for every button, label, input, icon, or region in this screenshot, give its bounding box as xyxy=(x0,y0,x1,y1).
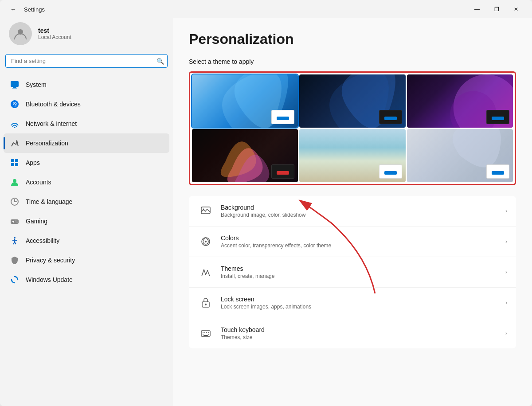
svg-rect-13 xyxy=(11,219,19,224)
titlebar-left: ← Settings xyxy=(7,3,45,16)
theme-grid xyxy=(192,74,513,182)
maximize-button[interactable]: ❐ xyxy=(488,3,505,16)
avatar xyxy=(9,22,32,45)
theme-card-3[interactable] xyxy=(407,74,513,128)
background-text: Background Background image, color, slid… xyxy=(221,204,498,218)
svg-point-17 xyxy=(17,222,18,223)
nav-item-accessibility[interactable]: Accessibility xyxy=(4,231,169,250)
background-icon xyxy=(198,203,214,219)
content-area: test Local Account 🔍 System xyxy=(0,18,532,406)
touchkeyboard-chevron: › xyxy=(505,330,507,336)
main-content: Personalization Select a theme to apply xyxy=(173,18,532,406)
nav-item-system[interactable]: System xyxy=(4,75,169,94)
svg-point-16 xyxy=(16,221,16,222)
svg-point-26 xyxy=(203,209,204,210)
privacy-label: Privacy & security xyxy=(26,257,75,264)
background-title: Background xyxy=(221,204,498,211)
nav-item-privacy[interactable]: Privacy & security xyxy=(4,250,169,270)
settings-window: ← Settings — ❐ ✕ test Local Account xyxy=(0,0,532,406)
background-subtitle: Background image, color, slideshow xyxy=(221,212,498,218)
theme-card-6[interactable] xyxy=(407,129,513,182)
privacy-icon xyxy=(10,255,20,265)
lockscreen-chevron: › xyxy=(505,300,507,306)
user-account-type: Local Account xyxy=(38,34,71,40)
settings-item-themes[interactable]: Themes Install, create, manage › xyxy=(189,257,516,288)
window-controls: — ❐ ✕ xyxy=(468,3,525,16)
settings-item-lockscreen[interactable]: Lock screen Lock screen images, apps, an… xyxy=(189,288,516,318)
settings-list-container: Background Background image, color, slid… xyxy=(189,196,516,348)
titlebar: ← Settings — ❐ ✕ xyxy=(0,0,532,18)
theme-3-preview xyxy=(486,110,509,124)
settings-item-colors[interactable]: Colors Accent color, transparency effect… xyxy=(189,226,516,257)
nav-item-accounts[interactable]: Accounts xyxy=(4,172,169,192)
svg-rect-2 xyxy=(13,87,16,88)
svg-rect-8 xyxy=(15,159,18,162)
settings-item-touchkeyboard[interactable]: Touch keyboard Themes, size › xyxy=(189,318,516,348)
nav-item-apps[interactable]: Apps xyxy=(4,153,169,172)
touchkeyboard-icon xyxy=(198,325,214,341)
nav-item-bluetooth[interactable]: ⅋ Bluetooth & devices xyxy=(4,94,169,114)
system-icon xyxy=(10,80,20,90)
colors-icon xyxy=(198,234,214,250)
themes-title: Themes xyxy=(221,265,498,272)
settings-item-background[interactable]: Background Background image, color, slid… xyxy=(189,196,516,226)
svg-point-6 xyxy=(14,127,16,128)
colors-title: Colors xyxy=(221,234,498,242)
lockscreen-text: Lock screen Lock screen images, apps, an… xyxy=(221,296,498,310)
system-label: System xyxy=(26,81,47,88)
user-name: test xyxy=(38,27,71,34)
theme-5-preview xyxy=(379,164,402,179)
svg-rect-9 xyxy=(11,163,14,166)
page-title: Personalization xyxy=(189,31,516,47)
background-chevron: › xyxy=(505,208,507,214)
accessibility-icon xyxy=(10,236,20,246)
nav-item-personalization[interactable]: Personalization xyxy=(4,133,169,153)
nav-item-update[interactable]: Windows Update xyxy=(4,270,169,289)
lockscreen-title: Lock screen xyxy=(221,296,498,303)
theme-2-preview xyxy=(379,110,402,124)
back-button[interactable]: ← xyxy=(7,3,20,16)
svg-point-11 xyxy=(13,179,16,183)
settings-list: Background Background image, color, slid… xyxy=(189,196,516,348)
theme-card-2[interactable] xyxy=(299,74,405,128)
nav-item-gaming[interactable]: Gaming xyxy=(4,211,169,231)
gaming-label: Gaming xyxy=(26,218,47,225)
theme-card-1[interactable] xyxy=(192,74,298,128)
nav-item-time[interactable]: Time & language xyxy=(4,192,169,211)
theme-1-preview xyxy=(271,110,294,124)
svg-point-30 xyxy=(205,304,207,305)
personalization-label: Personalization xyxy=(26,140,68,147)
colors-subtitle: Accent color, transparency effects, colo… xyxy=(221,242,498,249)
update-icon xyxy=(10,275,20,285)
accounts-icon xyxy=(10,177,20,187)
theme-card-5[interactable] xyxy=(299,129,405,182)
svg-rect-7 xyxy=(11,159,14,162)
touchkeyboard-subtitle: Themes, size xyxy=(221,334,498,340)
accounts-label: Accounts xyxy=(26,179,51,186)
search-box: 🔍 xyxy=(5,54,168,68)
network-label: Network & internet xyxy=(26,120,77,127)
theme-card-4[interactable] xyxy=(192,129,298,182)
svg-rect-3 xyxy=(12,88,17,89)
theme-4-preview xyxy=(271,164,294,179)
gaming-icon xyxy=(10,216,20,226)
apps-label: Apps xyxy=(26,159,40,166)
close-button[interactable]: ✕ xyxy=(507,3,525,16)
svg-point-18 xyxy=(14,237,16,239)
colors-chevron: › xyxy=(505,238,507,245)
search-input[interactable] xyxy=(5,54,168,68)
minimize-button[interactable]: — xyxy=(468,3,486,16)
svg-rect-10 xyxy=(15,163,18,166)
sidebar: test Local Account 🔍 System xyxy=(0,18,173,406)
personalization-icon xyxy=(10,138,20,148)
user-profile[interactable]: test Local Account xyxy=(4,18,169,54)
themes-chevron: › xyxy=(505,269,507,275)
apps-icon xyxy=(10,158,20,168)
colors-text: Colors Accent color, transparency effect… xyxy=(221,234,498,249)
nav-item-network[interactable]: Network & internet xyxy=(4,114,169,133)
svg-rect-1 xyxy=(11,81,19,87)
touchkeyboard-text: Touch keyboard Themes, size xyxy=(221,326,498,340)
search-button[interactable]: 🔍 xyxy=(156,58,164,65)
theme-6-preview xyxy=(486,164,509,179)
user-info: test Local Account xyxy=(38,27,71,40)
